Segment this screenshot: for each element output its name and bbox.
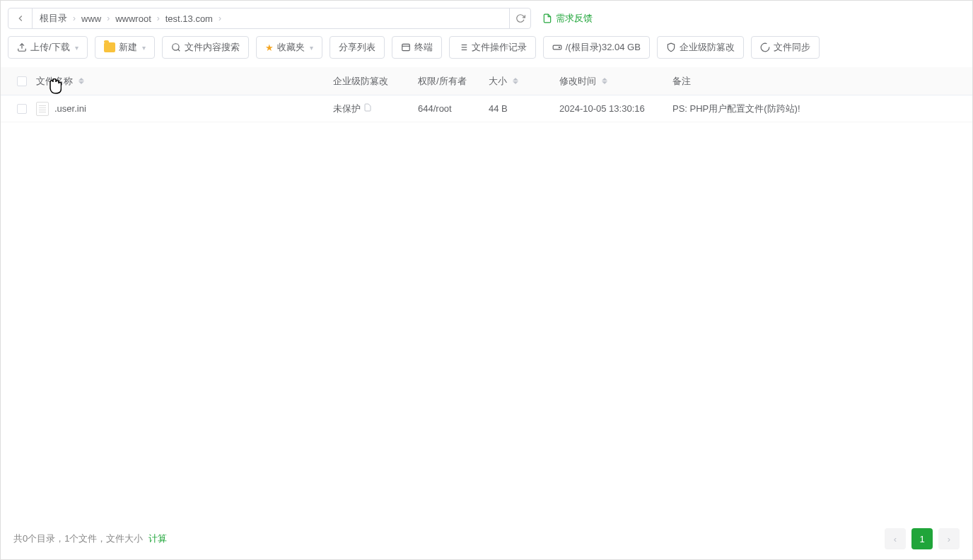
file-remark: PS: PHP用户配置文件(防跨站)!	[672, 103, 800, 114]
share-list-button[interactable]: 分享列表	[330, 36, 385, 59]
select-all-checkbox[interactable]	[17, 76, 27, 86]
lock-icon	[363, 104, 372, 114]
svg-point-12	[559, 47, 559, 47]
svg-rect-3	[402, 44, 409, 50]
svg-line-2	[177, 49, 180, 52]
file-mtime: 2024-10-05 13:30:16	[559, 103, 645, 114]
operation-log-button[interactable]: 文件操作记录	[449, 36, 536, 59]
chevron-right-icon: ›	[73, 13, 76, 23]
svg-point-1	[172, 44, 178, 50]
refresh-button[interactable]	[509, 8, 530, 28]
chevron-right-icon: ›	[219, 13, 221, 23]
search-icon	[171, 42, 181, 52]
chevron-right-icon: ›	[107, 13, 110, 23]
footer-summary: 共0个目录，1个文件，文件大小	[13, 533, 143, 544]
toolbar: 上传/下载 ▾ 新建 ▾ 文件内容搜索 ★ 收藏夹 ▾ 分享列表 终端 文件操作…	[1, 36, 972, 67]
file-icon	[36, 102, 49, 116]
prev-page-button[interactable]: ‹	[885, 528, 906, 549]
table-row[interactable]: .user.ini 未保护 644/root 44 B 2024-10-05 1…	[1, 95, 972, 122]
next-page-button[interactable]: ›	[938, 528, 960, 549]
breadcrumb: 根目录 › www › wwwroot › test.13.com ›	[33, 12, 509, 25]
column-header-mtime[interactable]: 修改时间	[559, 75, 672, 88]
terminal-icon	[401, 42, 411, 52]
new-button[interactable]: 新建 ▾	[95, 36, 155, 59]
column-header-name[interactable]: 文件名称	[36, 75, 333, 88]
back-button[interactable]	[8, 8, 33, 28]
breadcrumb-bar: 根目录 › www › wwwroot › test.13.com ›	[8, 8, 531, 29]
column-header-permission[interactable]: 权限/所有者	[418, 75, 489, 88]
breadcrumb-item-www[interactable]: www	[81, 13, 101, 24]
file-size: 44 B	[489, 103, 508, 114]
terminal-button[interactable]: 终端	[392, 36, 442, 59]
enterprise-protect-button[interactable]: 企业级防篡改	[657, 36, 744, 59]
chevron-down-icon: ▾	[142, 44, 146, 52]
disk-icon	[552, 42, 562, 52]
breadcrumb-item-root[interactable]: 根目录	[40, 12, 67, 25]
sort-icon	[78, 78, 84, 84]
footer: 共0个目录，1个文件，文件大小 计算 ‹ 1 ›	[1, 518, 972, 559]
file-sync-button[interactable]: 文件同步	[751, 36, 820, 59]
column-header-size[interactable]: 大小	[489, 75, 559, 88]
file-permission: 644/root	[418, 103, 452, 114]
table-header: 文件名称 企业级防篡改 权限/所有者 大小 修改时间 备注	[1, 67, 972, 95]
column-header-remark[interactable]: 备注	[672, 75, 965, 88]
breadcrumb-item-wwwroot[interactable]: wwwroot	[115, 13, 151, 24]
calculate-link[interactable]: 计算	[148, 533, 167, 544]
protect-status: 未保护	[333, 103, 361, 114]
disk-root-button[interactable]: /(根目录)32.04 GB	[543, 36, 650, 59]
favorites-button[interactable]: ★ 收藏夹 ▾	[256, 36, 322, 59]
chevron-down-icon: ▾	[75, 44, 78, 52]
star-icon: ★	[265, 42, 274, 53]
upload-download-button[interactable]: 上传/下载 ▾	[8, 36, 88, 59]
breadcrumb-item-current[interactable]: test.13.com	[165, 13, 213, 24]
feedback-link[interactable]: 需求反馈	[542, 12, 593, 25]
sync-icon	[760, 42, 770, 52]
feedback-label: 需求反馈	[556, 12, 593, 25]
pagination: ‹ 1 ›	[885, 528, 960, 549]
list-icon	[458, 42, 468, 52]
file-table: 文件名称 企业级防篡改 权限/所有者 大小 修改时间 备注 .user.ini …	[1, 67, 972, 122]
shield-icon	[666, 42, 676, 52]
sort-icon	[602, 78, 607, 84]
upload-icon	[17, 42, 27, 52]
sort-icon	[513, 78, 518, 84]
page-number-button[interactable]: 1	[911, 528, 933, 549]
content-search-button[interactable]: 文件内容搜索	[162, 36, 249, 59]
chevron-down-icon: ▾	[310, 44, 313, 52]
row-checkbox[interactable]	[17, 104, 27, 114]
column-header-protect[interactable]: 企业级防篡改	[333, 75, 418, 88]
chevron-right-icon: ›	[157, 13, 160, 23]
file-name[interactable]: .user.ini	[54, 103, 86, 114]
folder-icon	[104, 42, 115, 52]
